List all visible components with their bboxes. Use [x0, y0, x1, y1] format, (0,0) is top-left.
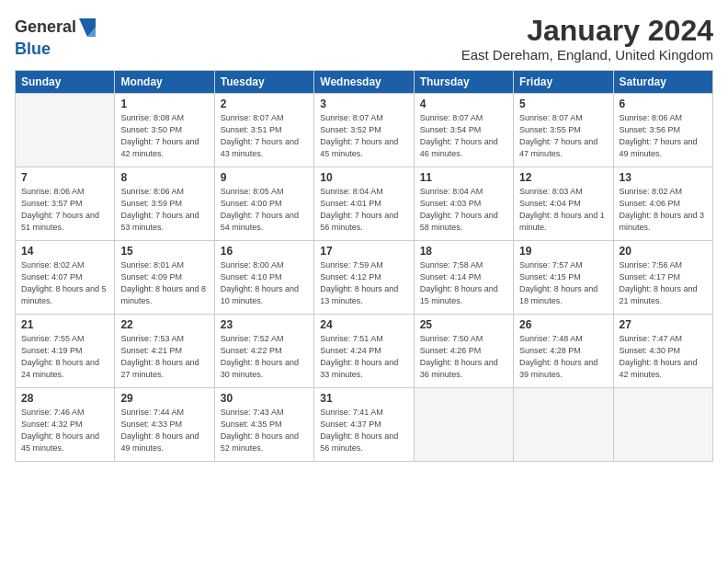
calendar-day-cell: 11Sunrise: 8:04 AMSunset: 4:03 PMDayligh…	[414, 167, 513, 241]
day-number: 18	[420, 245, 507, 258]
day-number: 19	[519, 245, 607, 258]
weekday-header: Tuesday	[214, 71, 313, 94]
calendar-day-cell	[514, 388, 613, 462]
day-number: 27	[620, 318, 707, 331]
calendar-day-cell: 8Sunrise: 8:06 AMSunset: 3:59 PMDaylight…	[115, 167, 214, 241]
day-number: 9	[221, 171, 308, 184]
calendar-day-cell: 18Sunrise: 7:58 AMSunset: 4:14 PMDayligh…	[414, 241, 513, 315]
day-number: 5	[519, 98, 607, 110]
day-number: 26	[519, 318, 607, 331]
calendar-day-cell: 17Sunrise: 7:59 AMSunset: 4:12 PMDayligh…	[314, 241, 414, 315]
title-month: January 2024	[461, 15, 713, 47]
day-number: 2	[221, 98, 308, 110]
day-number: 22	[120, 318, 208, 331]
day-number: 20	[620, 245, 707, 258]
calendar-day-cell: 14Sunrise: 8:02 AMSunset: 4:07 PMDayligh…	[16, 241, 115, 315]
day-detail: Sunrise: 7:41 AMSunset: 4:37 PMDaylight:…	[320, 407, 407, 454]
logo-icon	[77, 15, 97, 40]
calendar-day-cell: 16Sunrise: 8:00 AMSunset: 4:10 PMDayligh…	[214, 241, 313, 315]
day-detail: Sunrise: 8:00 AMSunset: 4:10 PMDaylight:…	[221, 259, 308, 307]
logo: General Blue	[15, 15, 97, 59]
logo-blue: Blue	[15, 40, 51, 59]
day-number: 28	[21, 392, 108, 405]
calendar-day-cell: 7Sunrise: 8:06 AMSunset: 3:57 PMDaylight…	[16, 167, 115, 241]
day-detail: Sunrise: 8:05 AMSunset: 4:00 PMDaylight:…	[221, 186, 308, 234]
day-number: 13	[620, 171, 707, 184]
calendar-day-cell: 9Sunrise: 8:05 AMSunset: 4:00 PMDaylight…	[214, 167, 313, 241]
title-location: East Dereham, England, United Kingdom	[461, 47, 713, 63]
calendar-day-cell: 4Sunrise: 8:07 AMSunset: 3:54 PMDaylight…	[414, 94, 513, 167]
calendar-day-cell	[613, 388, 712, 462]
day-detail: Sunrise: 8:06 AMSunset: 3:56 PMDaylight:…	[620, 112, 707, 160]
day-number: 16	[221, 245, 308, 258]
calendar-day-cell: 28Sunrise: 7:46 AMSunset: 4:32 PMDayligh…	[16, 388, 115, 462]
weekday-header: Thursday	[414, 71, 513, 94]
calendar-day-cell: 6Sunrise: 8:06 AMSunset: 3:56 PMDaylight…	[613, 94, 712, 167]
day-detail: Sunrise: 8:04 AMSunset: 4:01 PMDaylight:…	[320, 186, 407, 234]
calendar-day-cell: 30Sunrise: 7:43 AMSunset: 4:35 PMDayligh…	[214, 388, 313, 462]
calendar-week-row: 21Sunrise: 7:55 AMSunset: 4:19 PMDayligh…	[16, 315, 713, 388]
day-detail: Sunrise: 8:03 AMSunset: 4:04 PMDaylight:…	[519, 186, 607, 234]
calendar-week-row: 1Sunrise: 8:08 AMSunset: 3:50 PMDaylight…	[16, 94, 713, 167]
weekday-header: Monday	[115, 71, 214, 94]
weekday-header: Saturday	[613, 71, 712, 94]
day-number: 17	[320, 245, 407, 258]
calendar-header-row: SundayMondayTuesdayWednesdayThursdayFrid…	[16, 71, 713, 94]
day-number: 23	[221, 318, 308, 331]
weekday-header: Friday	[514, 71, 613, 94]
header: General Blue January 2024 East Dereham, …	[15, 15, 713, 63]
day-detail: Sunrise: 7:55 AMSunset: 4:19 PMDaylight:…	[21, 333, 108, 381]
calendar-day-cell: 19Sunrise: 7:57 AMSunset: 4:15 PMDayligh…	[514, 241, 613, 315]
day-detail: Sunrise: 8:06 AMSunset: 3:59 PMDaylight:…	[120, 186, 208, 234]
day-detail: Sunrise: 8:07 AMSunset: 3:51 PMDaylight:…	[221, 112, 308, 160]
calendar-day-cell: 15Sunrise: 8:01 AMSunset: 4:09 PMDayligh…	[115, 241, 214, 315]
day-number: 30	[221, 392, 308, 405]
day-detail: Sunrise: 7:50 AMSunset: 4:26 PMDaylight:…	[420, 333, 507, 381]
logo-general: General	[15, 18, 76, 37]
calendar-table: SundayMondayTuesdayWednesdayThursdayFrid…	[15, 70, 713, 462]
title-block: January 2024 East Dereham, England, Unit…	[461, 15, 713, 63]
day-detail: Sunrise: 8:02 AMSunset: 4:07 PMDaylight:…	[21, 259, 108, 307]
day-detail: Sunrise: 7:59 AMSunset: 4:12 PMDaylight:…	[320, 259, 407, 307]
calendar-week-row: 7Sunrise: 8:06 AMSunset: 3:57 PMDaylight…	[16, 167, 713, 241]
day-number: 4	[420, 98, 507, 110]
calendar-day-cell: 20Sunrise: 7:56 AMSunset: 4:17 PMDayligh…	[613, 241, 712, 315]
day-detail: Sunrise: 8:08 AMSunset: 3:50 PMDaylight:…	[120, 112, 208, 160]
calendar-day-cell: 1Sunrise: 8:08 AMSunset: 3:50 PMDaylight…	[115, 94, 214, 167]
day-detail: Sunrise: 8:01 AMSunset: 4:09 PMDaylight:…	[120, 259, 208, 307]
calendar-day-cell: 25Sunrise: 7:50 AMSunset: 4:26 PMDayligh…	[414, 315, 513, 388]
day-detail: Sunrise: 8:07 AMSunset: 3:52 PMDaylight:…	[320, 112, 407, 160]
day-number: 24	[320, 318, 407, 331]
calendar-day-cell: 27Sunrise: 7:47 AMSunset: 4:30 PMDayligh…	[613, 315, 712, 388]
day-number: 7	[21, 171, 108, 184]
day-detail: Sunrise: 7:58 AMSunset: 4:14 PMDaylight:…	[420, 259, 507, 307]
calendar-day-cell: 10Sunrise: 8:04 AMSunset: 4:01 PMDayligh…	[314, 167, 414, 241]
day-detail: Sunrise: 7:52 AMSunset: 4:22 PMDaylight:…	[221, 333, 308, 381]
day-number: 29	[120, 392, 208, 405]
day-detail: Sunrise: 7:51 AMSunset: 4:24 PMDaylight:…	[320, 333, 407, 381]
day-detail: Sunrise: 7:57 AMSunset: 4:15 PMDaylight:…	[519, 259, 607, 307]
day-number: 12	[519, 171, 607, 184]
day-number: 15	[120, 245, 208, 258]
day-number: 10	[320, 171, 407, 184]
calendar-day-cell: 24Sunrise: 7:51 AMSunset: 4:24 PMDayligh…	[314, 315, 414, 388]
day-number: 1	[120, 98, 208, 110]
day-detail: Sunrise: 8:07 AMSunset: 3:55 PMDaylight:…	[519, 112, 607, 160]
day-detail: Sunrise: 8:07 AMSunset: 3:54 PMDaylight:…	[420, 112, 507, 160]
calendar-day-cell: 22Sunrise: 7:53 AMSunset: 4:21 PMDayligh…	[115, 315, 214, 388]
day-detail: Sunrise: 7:56 AMSunset: 4:17 PMDaylight:…	[620, 259, 707, 307]
calendar-day-cell	[414, 388, 513, 462]
day-number: 31	[320, 392, 407, 405]
calendar-day-cell: 13Sunrise: 8:02 AMSunset: 4:06 PMDayligh…	[613, 167, 712, 241]
calendar-day-cell: 3Sunrise: 8:07 AMSunset: 3:52 PMDaylight…	[314, 94, 414, 167]
weekday-header: Wednesday	[314, 71, 414, 94]
day-detail: Sunrise: 7:48 AMSunset: 4:28 PMDaylight:…	[519, 333, 607, 381]
calendar-day-cell	[16, 94, 115, 167]
day-detail: Sunrise: 7:43 AMSunset: 4:35 PMDaylight:…	[221, 407, 308, 454]
day-number: 25	[420, 318, 507, 331]
day-detail: Sunrise: 8:02 AMSunset: 4:06 PMDaylight:…	[620, 186, 707, 234]
day-number: 8	[120, 171, 208, 184]
calendar-day-cell: 5Sunrise: 8:07 AMSunset: 3:55 PMDaylight…	[514, 94, 613, 167]
day-detail: Sunrise: 8:06 AMSunset: 3:57 PMDaylight:…	[21, 186, 108, 234]
day-detail: Sunrise: 8:04 AMSunset: 4:03 PMDaylight:…	[420, 186, 507, 234]
